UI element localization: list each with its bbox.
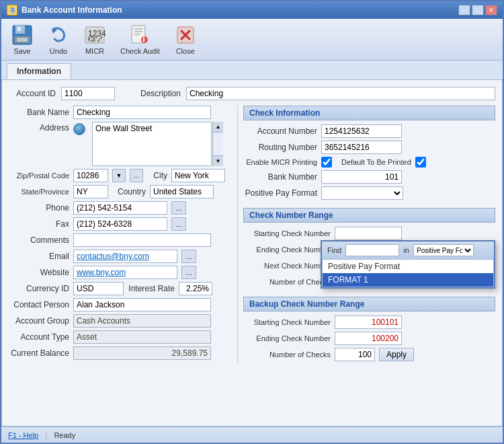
phone-dots-button[interactable]: … — [171, 201, 186, 215]
balance-input — [73, 346, 211, 360]
fax-dots-button[interactable]: … — [171, 217, 186, 231]
city-label: City — [147, 171, 167, 180]
svg-point-15 — [143, 37, 144, 38]
apply-button[interactable]: Apply — [379, 348, 414, 361]
scroll-up-button[interactable]: ▲ — [213, 122, 223, 133]
spacer1 — [243, 202, 495, 208]
city-input[interactable] — [171, 169, 225, 182]
globe-icon[interactable] — [73, 123, 85, 135]
routing-input[interactable] — [321, 141, 402, 154]
routing-label: Routing Number — [243, 143, 317, 152]
backup-range-header: Backup Check Number Range — [243, 297, 495, 311]
zip-input[interactable] — [73, 169, 108, 182]
comments-input[interactable] — [73, 233, 211, 247]
currency-input[interactable] — [73, 282, 124, 295]
country-label: Country — [112, 187, 146, 196]
window-icon: 🏦 — [7, 5, 17, 15]
address-container: One Wall Street ▲ ▼ — [92, 122, 223, 166]
maximize-button[interactable]: □ — [472, 5, 484, 15]
backup-end-label: Ending Check Number — [243, 334, 331, 342]
num-checks-label: Number of Checks — [243, 278, 331, 286]
micr-button[interactable]: 1234 ⑆⑈⑇ MICR — [79, 22, 110, 57]
svg-rect-12 — [134, 34, 140, 35]
close-window-button[interactable]: ✕ — [485, 5, 497, 15]
acct-group-label: Account Group — [9, 316, 69, 326]
end-check-label: Ending Check Number — [243, 246, 331, 254]
zip-label: Zip/Postal Code — [9, 172, 69, 180]
country-input[interactable] — [150, 185, 214, 198]
website-input[interactable] — [73, 266, 177, 279]
left-panel: Bank Name Address One Wall Street ▲ ▼ — [9, 106, 237, 364]
popup-item-0[interactable]: Positive Pay Format — [323, 260, 493, 273]
backup-end-row: Ending Check Number — [243, 332, 495, 345]
popup-list: Positive Pay Format FORMAT 1 — [322, 259, 494, 287]
scroll-down-button[interactable]: ▼ — [213, 155, 223, 166]
status-bar: F1 - Help | Ready — [1, 427, 503, 443]
backup-end-input[interactable] — [335, 332, 402, 345]
popup-item-1[interactable]: FORMAT 1 — [323, 273, 493, 287]
account-id-label: Account ID — [9, 89, 56, 98]
backup-num-input[interactable] — [335, 348, 375, 361]
website-dots-button[interactable]: … — [181, 266, 196, 279]
start-check-input[interactable] — [335, 227, 402, 240]
address-scrollbar: ▲ ▼ — [212, 122, 223, 166]
account-id-input[interactable] — [61, 87, 115, 100]
save-icon — [11, 24, 33, 46]
zip-dropdown-button[interactable]: ▼ — [112, 169, 126, 182]
contact-row: Contact Person — [9, 298, 232, 311]
in-select[interactable]: Positive Pay Form — [413, 244, 474, 256]
undo-button[interactable]: Undo — [43, 22, 74, 57]
fax-input[interactable] — [73, 217, 167, 231]
acct-group-row: Account Group — [9, 314, 232, 328]
backup-num-label: Number of Checks — [243, 350, 331, 359]
main-row: Bank Name Address One Wall Street ▲ ▼ — [9, 106, 495, 364]
backup-start-label: Starting Check Number — [243, 318, 331, 326]
email-input[interactable] — [73, 250, 177, 263]
acct-type-input[interactable] — [73, 330, 211, 344]
default-print-checkbox[interactable] — [415, 157, 426, 168]
close-button[interactable]: Close — [170, 22, 201, 57]
email-dots-button[interactable]: … — [181, 250, 196, 263]
address-input[interactable]: One Wall Street — [92, 122, 212, 166]
routing-row: Routing Number — [243, 141, 495, 154]
bank-name-input[interactable] — [73, 106, 211, 119]
email-label: Email — [9, 252, 69, 261]
bank-num-input[interactable] — [321, 170, 402, 184]
zip-dots-button[interactable]: … — [130, 169, 143, 182]
balance-label: Current Balance — [9, 348, 69, 358]
title-bar: 🏦 Bank Account Information ─ □ ✕ — [1, 1, 503, 19]
state-input[interactable] — [73, 185, 108, 198]
right-panel: Check Information Account Number Routing… — [237, 106, 495, 364]
pos-pay-label: Positive Pay Format — [243, 188, 317, 198]
account-id-row: Account ID Description — [9, 87, 495, 100]
acct-group-input[interactable] — [73, 314, 211, 328]
help-link[interactable]: F1 - Help — [8, 431, 38, 439]
backup-start-input[interactable] — [335, 316, 402, 329]
contact-label: Contact Person — [9, 300, 69, 309]
phone-label: Phone — [9, 203, 69, 213]
description-input[interactable] — [186, 87, 495, 100]
tab-information[interactable]: Information — [7, 63, 71, 79]
save-button[interactable]: Save — [7, 22, 38, 57]
interest-label: Interest Rate — [128, 284, 175, 293]
contact-input[interactable] — [73, 298, 211, 311]
description-label: Description — [140, 89, 181, 98]
phone-input[interactable] — [73, 201, 167, 215]
acct-num-input[interactable] — [321, 124, 402, 138]
balance-row: Current Balance — [9, 346, 232, 360]
acct-num-label: Account Number — [243, 126, 317, 136]
minimize-button[interactable]: ─ — [458, 5, 470, 15]
status-ready: Ready — [54, 431, 75, 439]
find-label: Find — [327, 246, 341, 254]
undo-label: Undo — [50, 47, 67, 55]
check-audit-button[interactable]: Check Audit — [116, 22, 165, 57]
pos-pay-select[interactable] — [321, 186, 403, 200]
interest-input[interactable] — [179, 282, 212, 295]
audit-icon — [129, 24, 151, 46]
fax-label: Fax — [9, 219, 69, 229]
phone-row: Phone … — [9, 201, 232, 215]
currency-label: Currency ID — [9, 284, 69, 293]
find-input[interactable] — [345, 244, 399, 256]
content-area: Account ID Description Bank Name Address… — [1, 79, 503, 427]
micr-print-checkbox[interactable] — [321, 157, 332, 168]
